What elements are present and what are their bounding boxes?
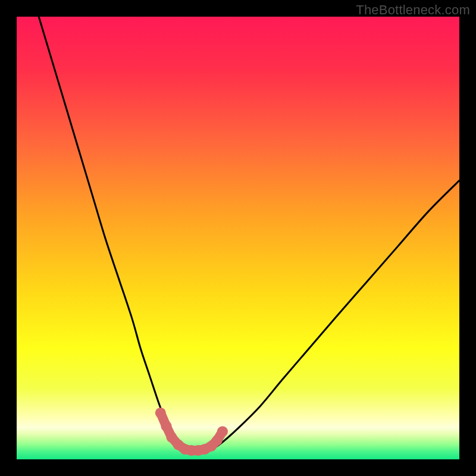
bottleneck-curve bbox=[39, 17, 459, 453]
valley-marker-dot bbox=[161, 421, 171, 431]
valley-markers-group bbox=[155, 408, 228, 456]
curve-layer bbox=[17, 17, 459, 459]
plot-area bbox=[17, 17, 459, 459]
valley-marker-dot bbox=[155, 408, 166, 418]
watermark-text: TheBottleneck.com bbox=[356, 2, 470, 18]
chart-frame: TheBottleneck.com bbox=[0, 0, 476, 476]
valley-marker-dot bbox=[217, 426, 228, 437]
